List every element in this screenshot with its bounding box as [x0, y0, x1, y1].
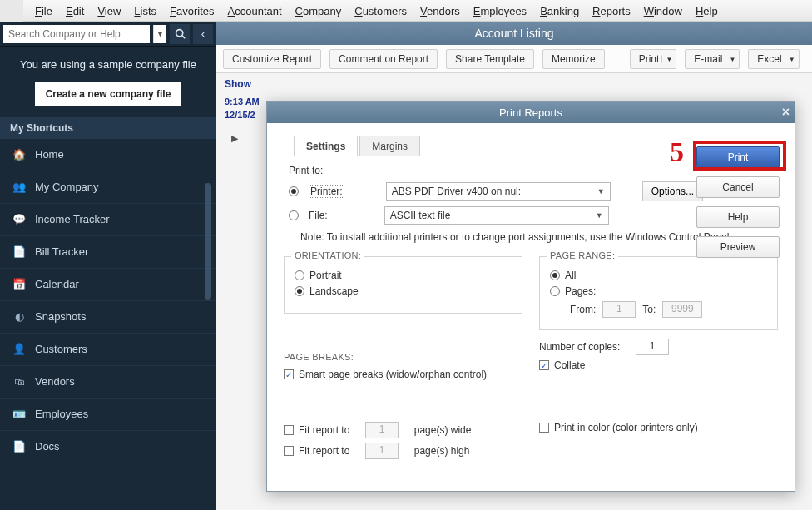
search-dropdown-icon[interactable]: ▼ [153, 25, 166, 43]
menu-edit[interactable]: Edit [61, 3, 89, 17]
help-button[interactable]: Help [696, 206, 780, 228]
chevron-down-icon[interactable]: ▼ [725, 55, 735, 62]
options-button[interactable]: Options... [642, 181, 703, 201]
copies-input[interactable]: 1 [636, 339, 669, 355]
nav-my-company[interactable]: 👥My Company [0, 171, 216, 204]
file-label: File: [309, 210, 328, 221]
menu-file[interactable]: File [30, 3, 57, 17]
menu-banking[interactable]: Banking [535, 3, 584, 17]
menu-vendors[interactable]: Vendors [415, 3, 465, 17]
close-icon[interactable]: × [782, 105, 790, 120]
report-titlebar: Account Listing [216, 22, 812, 45]
bag-icon: 🛍 [12, 374, 27, 389]
menu-company[interactable]: Company [290, 3, 347, 17]
row-marker-icon: ▶ [231, 133, 238, 144]
orientation-legend: ORIENTATION: [291, 250, 364, 260]
chevron-down-icon[interactable]: ▼ [661, 55, 672, 62]
nav-income-tracker[interactable]: 💬Income Tracker [0, 204, 216, 236]
email-button[interactable]: E-mail▼ [685, 49, 740, 69]
nav-label: Snapshots [35, 310, 86, 323]
menu-customers[interactable]: Customers [349, 3, 412, 17]
menu-view[interactable]: View [92, 3, 126, 17]
radio-printer[interactable] [289, 186, 299, 196]
check-fit-high[interactable] [284, 446, 294, 456]
nav-calendar[interactable]: 📅Calendar [0, 269, 216, 301]
menu-bar: File Edit View Lists Favorites Accountan… [23, 0, 812, 22]
fit-wide-input[interactable]: 1 [365, 422, 399, 438]
fit-label: Fit report to [299, 424, 349, 436]
nav-label: Bill Tracker [35, 245, 88, 258]
customize-report-button[interactable]: Customize Report [223, 49, 321, 69]
dialog-titlebar[interactable]: Print Reports × [267, 102, 795, 123]
search-input[interactable] [3, 25, 150, 43]
printer-combo[interactable]: ABS PDF Driver v400 on nul:▼ [386, 182, 611, 201]
menu-favorites[interactable]: Favorites [165, 3, 219, 17]
print-confirm-button[interactable]: Print [696, 146, 780, 168]
nav-bill-tracker[interactable]: 📄Bill Tracker [0, 236, 216, 269]
create-company-file-button[interactable]: Create a new company file [35, 82, 182, 106]
nav-label: Customers [35, 343, 87, 355]
scrollbar-thumb[interactable] [205, 183, 211, 300]
doc-icon: 📄 [12, 439, 27, 454]
menu-employees[interactable]: Employees [468, 3, 532, 17]
radio-pages[interactable] [550, 286, 560, 296]
menu-lists[interactable]: Lists [129, 3, 161, 17]
memorize-button[interactable]: Memorize [542, 49, 605, 69]
fit-high-input[interactable]: 1 [365, 443, 399, 459]
search-button[interactable] [170, 24, 190, 44]
nav-label: My Company [35, 181, 99, 193]
excel-button[interactable]: Excel▼ [748, 49, 799, 69]
print-button[interactable]: Print▼ [630, 49, 677, 69]
check-collate[interactable] [539, 360, 549, 370]
tab-settings[interactable]: Settings [294, 136, 358, 156]
menu-accountant[interactable]: Accountant [223, 3, 287, 17]
preview-button[interactable]: Preview [696, 236, 780, 258]
file-combo[interactable]: ASCII text file▼ [384, 206, 609, 225]
nav-label: Vendors [35, 375, 75, 388]
home-icon: 🏠 [12, 147, 27, 162]
printer-value: ABS PDF Driver v400 on nul: [392, 186, 521, 197]
nav-vendors[interactable]: 🛍Vendors [0, 366, 216, 399]
shortcuts-header: My Shortcuts [0, 117, 216, 139]
nav-docs[interactable]: 📄Docs [0, 431, 216, 463]
check-smart-breaks[interactable] [284, 369, 294, 379]
menu-help[interactable]: Help [691, 3, 723, 17]
cancel-button[interactable]: Cancel [696, 176, 780, 198]
to-input[interactable]: 9999 [662, 301, 702, 318]
share-template-button[interactable]: Share Template [446, 49, 534, 69]
nav-label: Calendar [35, 278, 79, 290]
collapse-icon[interactable]: ‹ [193, 24, 213, 44]
report-toolbar: Customize Report Comment on Report Share… [216, 45, 812, 73]
radio-landscape[interactable] [295, 286, 304, 296]
chevron-down-icon[interactable]: ▼ [597, 187, 605, 196]
show-filters-label[interactable]: Show [216, 73, 812, 95]
chevron-down-icon[interactable]: ▼ [785, 55, 795, 62]
file-value: ASCII text file [390, 210, 451, 221]
page-breaks-group: PAGE BREAKS: Smart page breaks (widow/or… [284, 344, 522, 396]
check-print-color[interactable] [539, 423, 549, 433]
tab-margins[interactable]: Margins [359, 136, 420, 156]
page-range-group: PAGE RANGE: All Pages: From: 1 To: 9999 [539, 256, 778, 330]
annotation-number: 5 [670, 136, 684, 168]
nav-customers[interactable]: 👤Customers [0, 334, 216, 366]
nav-employees[interactable]: 🪪Employees [0, 399, 216, 431]
menu-reports[interactable]: Reports [587, 3, 636, 17]
radio-all[interactable] [550, 270, 560, 280]
sample-notice: You are using a sample company file Crea… [0, 47, 216, 117]
comment-on-report-button[interactable]: Comment on Report [329, 49, 438, 69]
menu-window[interactable]: Window [639, 3, 687, 17]
chevron-down-icon[interactable]: ▼ [596, 211, 603, 220]
collate-label: Collate [554, 359, 585, 371]
radio-file[interactable] [289, 210, 299, 220]
all-label: All [565, 270, 576, 281]
from-input[interactable]: 1 [602, 301, 636, 318]
radio-portrait[interactable] [295, 270, 304, 280]
pages-high-label: page(s) high [414, 445, 470, 457]
nav-snapshots[interactable]: ◐Snapshots [0, 301, 216, 334]
sample-message: You are using a sample company file [15, 58, 201, 72]
pages-wide-label: page(s) wide [414, 424, 472, 436]
nav-label: Employees [35, 408, 88, 420]
nav-home[interactable]: 🏠Home [0, 139, 216, 171]
check-fit-wide[interactable] [284, 425, 294, 435]
search-row: ▼ ‹ [0, 22, 216, 47]
